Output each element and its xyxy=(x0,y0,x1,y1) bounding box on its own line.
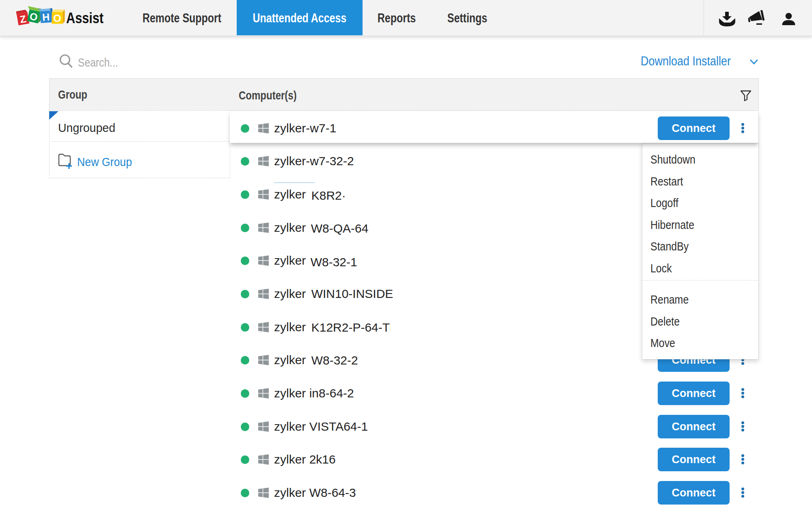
svg-text:Assist: Assist xyxy=(66,10,104,26)
svg-text:O: O xyxy=(53,13,61,24)
svg-text:H: H xyxy=(42,11,50,23)
